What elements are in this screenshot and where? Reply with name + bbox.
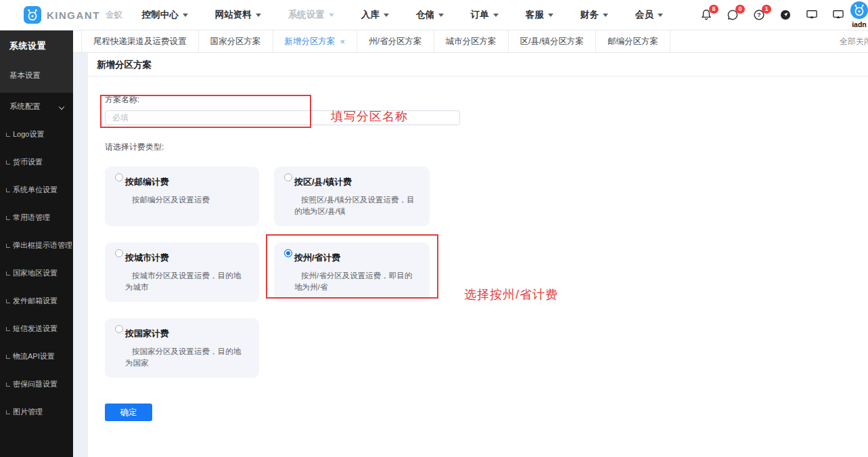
tab-list: 尾程快递渠道及运费设置国家分区方案新增分区方案×州/省分区方案城市分区方案区/县…	[81, 30, 670, 52]
nav-menu-item[interactable]: 财务	[580, 9, 608, 21]
nav-icon-bar: 80?1	[700, 8, 849, 22]
nav-menu-label: 系统设置	[288, 9, 325, 21]
radio-button[interactable]	[115, 249, 123, 257]
branch-icon	[6, 271, 10, 276]
radio-button[interactable]	[284, 249, 292, 257]
sidebar-item[interactable]: 系统单位设置	[0, 176, 73, 204]
sidebar-item[interactable]: 弹出框提示语管理	[0, 232, 73, 259]
nav-menu-item[interactable]: 网站资料	[215, 9, 261, 21]
scheme-name-input[interactable]	[105, 110, 460, 125]
nav-menu-item[interactable]: 客服	[526, 9, 553, 21]
tab[interactable]: 尾程快递渠道及运费设置	[81, 30, 199, 52]
tab[interactable]: 区/县/镇分区方案	[509, 30, 596, 52]
nav-menu-label: 控制中心	[142, 9, 179, 21]
tab[interactable]: 国家分区方案	[199, 30, 273, 52]
confirm-button[interactable]: 确定	[105, 404, 152, 421]
brand-logo[interactable]: KINGANT 金蚁	[24, 6, 123, 24]
option-description: 按州/省分区及设置运费，即目的地为州/省	[294, 270, 417, 293]
option-body: 按州/省计费按州/省分区及设置运费，即目的地为州/省	[294, 252, 417, 293]
radio-button[interactable]	[284, 173, 292, 181]
bell-icon[interactable]: 8	[700, 8, 713, 22]
nav-menu-item[interactable]: 系统设置	[288, 9, 334, 21]
branch-icon	[6, 216, 10, 220]
sidebar-item[interactable]: Logo设置	[0, 121, 73, 148]
chevron-down-icon	[548, 14, 553, 17]
sidebar-item[interactable]: 发件邮箱设置	[0, 287, 73, 315]
nav-menu-item[interactable]: 入库	[361, 9, 389, 21]
option-title: 按城市计费	[125, 252, 247, 264]
sidebar-item[interactable]: 常用语管理	[0, 204, 73, 232]
chevron-down-icon	[256, 14, 261, 17]
billing-option-card[interactable]: 按国家计费按国家分区及设置运费，目的地为国家	[105, 318, 259, 378]
nav-menu-item[interactable]: 会员	[635, 9, 663, 21]
billing-options-grid: 按邮编计费按邮编分区及设置运费按区/县/镇计费按照区/县/镇分区及设置运费，目的…	[105, 167, 868, 378]
billing-option-card[interactable]: 按城市计费按城市分区及设置运费，目的地为城市	[105, 242, 259, 302]
branch-icon	[6, 133, 10, 137]
nav-menu-label: 网站资料	[215, 9, 252, 21]
tab[interactable]: 州/省分区方案	[357, 30, 434, 52]
tab-label: 尾程快递渠道及运费设置	[93, 36, 187, 47]
option-title: 按国家计费	[125, 328, 247, 340]
branch-icon	[6, 355, 10, 359]
chevron-down-icon	[183, 14, 188, 17]
sidebar-item[interactable]: 密保问题设置	[0, 370, 73, 398]
page-title: 新增分区方案	[88, 53, 868, 77]
nav-menu-label: 入库	[361, 9, 380, 21]
content-panel: 新增分区方案 方案名称: 请选择计费类型: 按邮编计费按邮编分区及设置运费按区/…	[88, 53, 868, 457]
option-title: 按区/县/镇计费	[294, 176, 417, 188]
sidebar-item-label: 图片管理	[13, 407, 43, 417]
sidebar-item-label: 系统配置	[9, 102, 41, 112]
billing-option-card[interactable]: 按邮编计费按邮编分区及设置运费	[105, 167, 259, 226]
branch-icon	[6, 410, 10, 414]
nav-menu-item[interactable]: 仓储	[416, 9, 444, 21]
chevron-down-icon	[603, 14, 608, 17]
option-body: 按邮编计费按邮编分区及设置运费	[125, 176, 247, 206]
option-description: 按国家分区及设置运费，目的地为国家	[125, 346, 247, 369]
branch-icon	[6, 327, 10, 331]
help-icon[interactable]: ?1	[752, 8, 766, 22]
chevron-down-icon	[658, 14, 663, 17]
sidebar-item-basic-settings[interactable]: 基本设置	[9, 70, 64, 81]
billing-option-card[interactable]: 按州/省计费按州/省分区及设置运费，即目的地为州/省	[274, 242, 430, 302]
option-body: 按区/县/镇计费按照区/县/镇分区及设置运费，目的地为区/县/镇	[294, 176, 417, 217]
sidebar-item[interactable]: 系统配置	[0, 93, 73, 121]
tab[interactable]: 邮编分区方案	[596, 30, 670, 52]
tab-bar: 尾程快递渠道及运费设置国家分区方案新增分区方案×州/省分区方案城市分区方案区/县…	[73, 30, 868, 53]
chat-icon[interactable]: 0	[726, 8, 739, 22]
sidebar-item-label: Logo设置	[13, 129, 44, 139]
option-description: 按城市分区及设置运费，目的地为城市	[125, 270, 247, 293]
sidebar-item-label: 系统单位设置	[13, 185, 58, 195]
sidebar-item-label: 物流API设置	[13, 351, 55, 362]
tab-label: 城市分区方案	[446, 36, 497, 47]
notification-badge: 0	[735, 5, 745, 14]
close-all-tabs-button[interactable]: 全部关闭	[840, 30, 868, 53]
user-avatar[interactable]: iadn	[850, 1, 868, 28]
sidebar-item[interactable]: 短信发送设置	[0, 315, 73, 343]
sidebar-menu: 系统配置Logo设置货币设置系统单位设置常用语管理弹出框提示语管理国家地区设置发…	[0, 93, 73, 426]
monitor-icon[interactable]	[831, 8, 845, 22]
tab-label: 州/省分区方案	[369, 36, 421, 47]
option-description: 按照区/县/镇分区及设置运费，目的地为区/县/镇	[294, 194, 417, 217]
tab[interactable]: 城市分区方案	[434, 30, 509, 52]
radio-button[interactable]	[115, 325, 123, 333]
chevron-down-icon	[493, 14, 499, 17]
globe-icon[interactable]	[779, 8, 792, 22]
sidebar-item-label: 常用语管理	[13, 213, 50, 223]
nav-menu-item[interactable]: 订单	[471, 9, 499, 21]
nav-menu-item[interactable]: 控制中心	[142, 9, 188, 21]
sidebar-item-label: 国家地区设置	[13, 268, 58, 278]
close-icon[interactable]: ×	[340, 37, 346, 46]
nav-menu-label: 订单	[471, 9, 489, 21]
sidebar-item[interactable]: 图片管理	[0, 398, 73, 426]
monitor-icon[interactable]	[805, 8, 819, 22]
sidebar-item[interactable]: 物流API设置	[0, 343, 73, 370]
billing-option-card[interactable]: 按区/县/镇计费按照区/县/镇分区及设置运费，目的地为区/县/镇	[274, 167, 430, 226]
nav-menu-label: 仓储	[416, 9, 434, 21]
sidebar-item-label: 货币设置	[13, 157, 43, 167]
sidebar-item[interactable]: 货币设置	[0, 148, 73, 176]
tab[interactable]: 新增分区方案×	[273, 30, 358, 52]
sidebar-item[interactable]: 国家地区设置	[0, 259, 73, 287]
tab-label: 国家分区方案	[210, 36, 261, 47]
nav-menu-label: 财务	[580, 9, 599, 21]
radio-button[interactable]	[115, 173, 123, 181]
